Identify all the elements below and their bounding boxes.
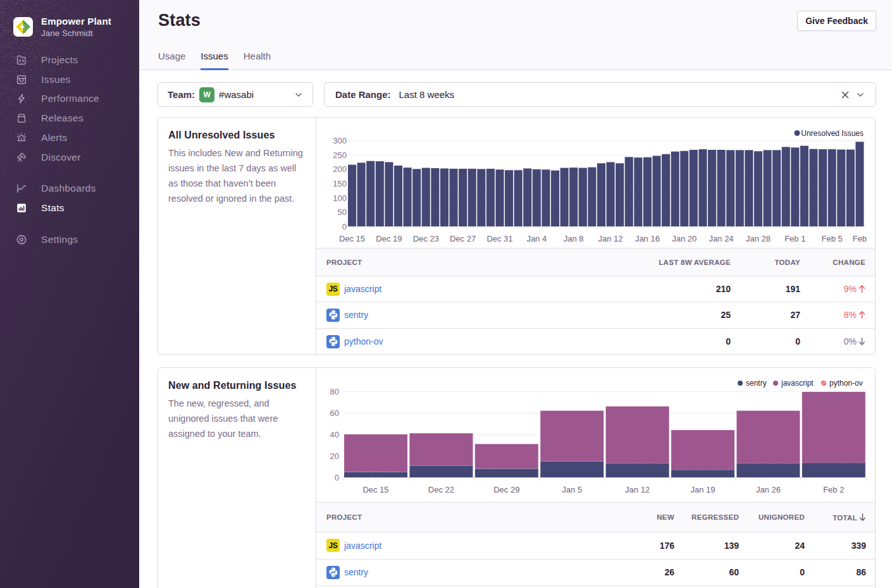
- svg-text:Feb: Feb: [853, 234, 867, 243]
- svg-text:100: 100: [333, 193, 347, 203]
- svg-text:Jan 28: Jan 28: [746, 234, 771, 243]
- svg-text:Jan 19: Jan 19: [690, 485, 715, 494]
- svg-text:Jan 5: Jan 5: [562, 485, 582, 494]
- svg-text:Jan 8: Jan 8: [564, 234, 584, 243]
- svg-text:Jan 26: Jan 26: [756, 485, 781, 494]
- svg-text:Dec 31: Dec 31: [486, 234, 512, 243]
- svg-text:Dec 29: Dec 29: [493, 485, 519, 494]
- svg-text:Feb 1: Feb 1: [784, 234, 805, 243]
- svg-text:0: 0: [335, 473, 339, 482]
- svg-text:Dec 15: Dec 15: [362, 485, 388, 494]
- svg-text:Feb 5: Feb 5: [822, 234, 843, 243]
- svg-text:Jan 16: Jan 16: [635, 234, 660, 243]
- svg-text:300: 300: [333, 136, 347, 145]
- svg-text:150: 150: [333, 179, 347, 188]
- svg-text:Feb 2: Feb 2: [823, 485, 844, 494]
- svg-text:Jan 4: Jan 4: [526, 234, 547, 243]
- svg-text:0: 0: [342, 222, 347, 231]
- svg-text:Jan 12: Jan 12: [625, 485, 650, 494]
- svg-text:Dec 19: Dec 19: [376, 234, 402, 243]
- svg-text:sentry: sentry: [746, 379, 767, 388]
- svg-text:Dec 15: Dec 15: [339, 234, 365, 243]
- svg-text:40: 40: [330, 430, 339, 439]
- svg-text:Jan 20: Jan 20: [672, 234, 697, 243]
- svg-text:Jan 24: Jan 24: [709, 234, 734, 243]
- svg-text:250: 250: [333, 150, 347, 160]
- svg-text:50: 50: [338, 207, 347, 217]
- svg-text:Dec 23: Dec 23: [413, 234, 439, 243]
- svg-text:Unresolved Issues: Unresolved Issues: [801, 129, 864, 138]
- svg-text:javascript: javascript: [781, 379, 814, 388]
- svg-text:Dec 22: Dec 22: [428, 485, 454, 494]
- svg-text:60: 60: [330, 408, 339, 418]
- svg-text:python-ov: python-ov: [829, 379, 863, 388]
- svg-text:Dec 27: Dec 27: [450, 234, 476, 243]
- svg-text:Jan 12: Jan 12: [598, 234, 623, 243]
- svg-text:20: 20: [330, 451, 339, 461]
- svg-text:80: 80: [330, 387, 339, 396]
- svg-text:200: 200: [333, 164, 347, 174]
